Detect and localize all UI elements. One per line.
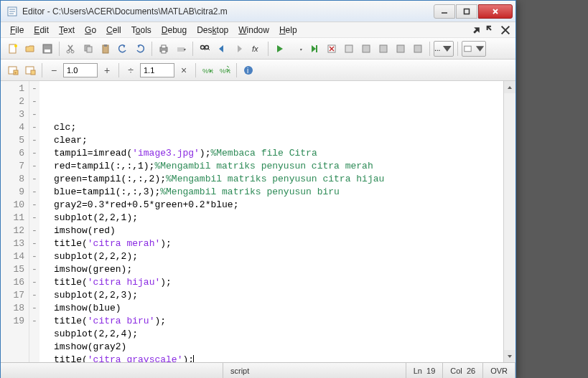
menu-help[interactable]: Help: [274, 24, 302, 37]
set-breakpoint-button[interactable]: [341, 41, 357, 57]
code-line[interactable]: clear;: [54, 134, 515, 147]
advance-percent-button[interactable]: %%: [200, 62, 215, 78]
code-line[interactable]: title('citra hijau');: [54, 276, 515, 289]
redo-button[interactable]: [132, 41, 148, 57]
new-file-button[interactable]: [5, 41, 21, 57]
code-line[interactable]: subplot(2,2,4);: [54, 328, 515, 341]
breakpoint-column[interactable]: -------------------: [29, 81, 39, 362]
step-input[interactable]: [140, 63, 174, 77]
status-ovr[interactable]: OVR: [483, 363, 515, 378]
undock-icon[interactable]: [485, 24, 497, 36]
vertical-scrollbar[interactable]: [503, 81, 515, 362]
status-left: [1, 363, 223, 378]
menu-window[interactable]: Window: [233, 24, 274, 37]
menu-text[interactable]: Text: [54, 24, 80, 37]
menu-file[interactable]: File: [5, 24, 29, 37]
advance-percent-2-button[interactable]: %%: [217, 62, 233, 78]
clear-breakpoints-button[interactable]: [324, 41, 340, 57]
code-line[interactable]: subplot(2,2,2);: [54, 250, 515, 263]
editor-area[interactable]: 12345678910111213141516171819 ----------…: [1, 81, 515, 362]
code-line[interactable]: tampil=imread('image3.jpg');%Membaca fil…: [54, 147, 515, 160]
info-button[interactable]: i: [241, 62, 256, 78]
breakpoint-marker[interactable]: -: [29, 82, 39, 95]
breakpoint-marker[interactable]: -: [29, 237, 39, 250]
code-line[interactable]: subplot(2,2,3);: [54, 289, 515, 302]
dock-icon[interactable]: [471, 24, 482, 36]
code-line[interactable]: gray2=0.3*red+0.5*green+0.2*blue;: [54, 199, 515, 212]
code-line[interactable]: title('citra merah');: [54, 237, 515, 250]
zoom-input[interactable]: [63, 63, 98, 77]
paste-button[interactable]: [98, 41, 113, 57]
code-content[interactable]: clc;clear;tampil=imread('image3.jpg');%M…: [39, 81, 515, 362]
code-line[interactable]: imshow(blue): [54, 302, 515, 315]
function-button[interactable]: fx: [248, 41, 264, 57]
close-button[interactable]: [478, 4, 513, 19]
open-file-button[interactable]: [22, 41, 38, 57]
back-button[interactable]: [214, 41, 230, 57]
breakpoint-marker[interactable]: -: [29, 186, 39, 199]
code-line[interactable]: green=tampil(:,:,2);%Mengambil matriks p…: [54, 173, 515, 186]
run-advance-button[interactable]: [307, 41, 322, 57]
breakpoint-marker[interactable]: -: [29, 212, 39, 225]
menu-debug[interactable]: Debug: [157, 24, 192, 37]
line-number: 16: [1, 276, 29, 289]
run-section-button[interactable]: [289, 41, 305, 57]
multiply-button[interactable]: ×: [176, 62, 192, 78]
undo-button[interactable]: [115, 41, 131, 57]
step-in-button[interactable]: [393, 41, 409, 57]
menu-tools[interactable]: Tools: [126, 24, 157, 37]
cell-divider-button[interactable]: [22, 62, 38, 78]
breakpoint-marker[interactable]: -: [29, 302, 39, 315]
breakpoint-marker[interactable]: -: [29, 95, 39, 108]
code-line[interactable]: imshow(red): [54, 225, 515, 237]
scroll-down-icon[interactable]: [504, 350, 515, 362]
menu-edit[interactable]: Edit: [29, 24, 54, 37]
run-button[interactable]: [272, 41, 288, 57]
decrement-button[interactable]: −: [46, 62, 62, 78]
enable-breakpoint-button[interactable]: [358, 41, 374, 57]
menu-go[interactable]: Go: [80, 24, 101, 37]
forward-button[interactable]: [231, 41, 247, 57]
divide-button[interactable]: ÷: [123, 62, 139, 78]
breakpoint-marker[interactable]: -: [29, 108, 39, 121]
print-button[interactable]: [156, 41, 172, 57]
minimize-button[interactable]: [434, 4, 455, 19]
breakpoint-marker[interactable]: -: [29, 276, 39, 289]
menu-cell[interactable]: Cell: [101, 24, 126, 37]
breakpoint-marker[interactable]: -: [29, 134, 39, 147]
increment-button[interactable]: +: [99, 62, 115, 78]
code-line[interactable]: title('citra biru');: [54, 315, 515, 328]
menu-desktop[interactable]: Desktop: [192, 24, 233, 37]
inner-close-icon[interactable]: [500, 24, 511, 36]
code-line[interactable]: red=tampil(:,:,1);%Mengambil matriks pen…: [54, 160, 515, 173]
svg-rect-10: [87, 47, 92, 52]
stack-button[interactable]: [462, 41, 486, 57]
breakpoint-marker[interactable]: -: [29, 121, 39, 134]
print-preview-button[interactable]: [173, 41, 189, 57]
cut-button[interactable]: [63, 41, 79, 57]
breakpoint-marker[interactable]: -: [29, 263, 39, 276]
code-line[interactable]: blue=tampil(:,:,3);%Mengambil matriks pe…: [54, 186, 515, 199]
scroll-up-icon[interactable]: [504, 81, 515, 93]
copy-button[interactable]: [80, 41, 96, 57]
code-line[interactable]: title('citra grayscale');: [54, 354, 515, 362]
step-out-button[interactable]: [410, 41, 426, 57]
maximize-button[interactable]: [456, 4, 477, 19]
breakpoint-marker[interactable]: -: [29, 147, 39, 160]
code-line[interactable]: clc;: [54, 121, 515, 134]
save-button[interactable]: [39, 41, 55, 57]
breakpoint-marker[interactable]: -: [29, 225, 39, 237]
breakpoint-marker[interactable]: -: [29, 160, 39, 173]
breakpoint-marker[interactable]: -: [29, 199, 39, 212]
insert-cell-button[interactable]: +: [5, 62, 21, 78]
breakpoint-marker[interactable]: -: [29, 250, 39, 263]
more-actions-button[interactable]: ...: [434, 41, 454, 57]
find-button[interactable]: [197, 41, 213, 57]
breakpoint-marker[interactable]: -: [29, 289, 39, 302]
breakpoint-marker[interactable]: -: [29, 315, 39, 328]
code-line[interactable]: subplot(2,2,1);: [54, 212, 515, 225]
code-line[interactable]: imshow(green);: [54, 263, 515, 276]
breakpoint-marker[interactable]: -: [29, 173, 39, 186]
code-line[interactable]: imshow(gray2): [54, 341, 515, 354]
step-button[interactable]: [375, 41, 391, 57]
